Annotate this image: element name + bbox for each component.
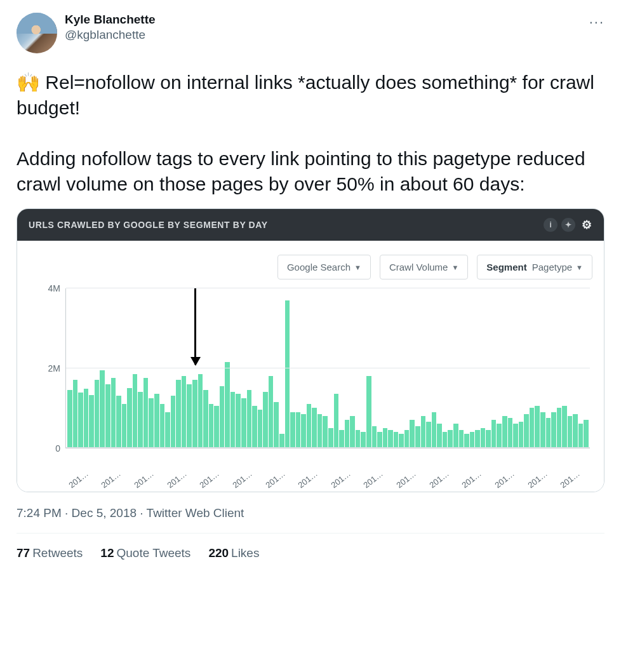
x-tick-label: 201…: [460, 469, 484, 490]
display-name: Kyle Blanchette: [65, 13, 589, 27]
retweets[interactable]: 77Retweets: [17, 546, 83, 560]
bar: [443, 432, 448, 448]
meta-source[interactable]: Twitter Web Client: [147, 506, 244, 520]
x-tick-label: 201…: [230, 469, 254, 490]
bar: [459, 430, 464, 448]
filter-segment[interactable]: Segment Pagetype ▼: [477, 255, 592, 279]
likes-label: Likes: [231, 546, 259, 560]
author-block[interactable]: Kyle Blanchette @kgblanchette: [65, 13, 589, 42]
bar: [258, 410, 263, 448]
retweets-label: Retweets: [32, 546, 83, 560]
quotes-label: Quote Tweets: [116, 546, 190, 560]
x-tick-label: 201…: [427, 469, 451, 490]
meta-time[interactable]: 7:24 PM: [17, 506, 62, 520]
bar: [230, 392, 236, 448]
bar: [105, 384, 110, 448]
x-tick-label: 201…: [394, 469, 418, 490]
filter-search[interactable]: Google Search ▼: [277, 255, 371, 279]
bar: [573, 414, 578, 448]
bar: [307, 404, 312, 448]
bar: [198, 374, 203, 448]
bar: [475, 430, 480, 448]
pin-icon[interactable]: ✦: [561, 218, 575, 232]
bar: [415, 426, 420, 448]
bar: [410, 420, 415, 448]
bar: [404, 430, 410, 448]
likes[interactable]: 220Likes: [208, 546, 259, 560]
x-tick-label: 201…: [329, 469, 352, 490]
filter-metric-label: Crawl Volume: [389, 262, 448, 272]
filter-row: Google Search ▼ Crawl Volume ▼ Segment P…: [29, 255, 592, 279]
x-tick-label: 201…: [165, 469, 189, 490]
bar: [361, 432, 366, 448]
bar: [383, 428, 388, 448]
bar: [432, 412, 437, 448]
meta-date[interactable]: Dec 5, 2018: [72, 506, 137, 520]
bar: [100, 370, 105, 448]
bar: [312, 408, 317, 448]
more-button[interactable]: ···: [589, 13, 604, 30]
bar: [203, 390, 208, 448]
bar: [350, 416, 355, 448]
y-tick-label: 0: [29, 443, 60, 454]
bar: [356, 430, 361, 448]
quote-tweets[interactable]: 12Quote Tweets: [100, 546, 190, 560]
bar: [578, 424, 584, 448]
chevron-down-icon: ▼: [354, 264, 361, 271]
bar: [513, 424, 518, 448]
tweet-meta: 7:24 PM · Dec 5, 2018 · Twitter Web Clie…: [17, 506, 604, 520]
filter-segment-value: Pagetype: [532, 262, 572, 272]
bar: [182, 376, 187, 448]
likes-count: 220: [208, 546, 229, 560]
bar: [301, 414, 306, 448]
x-tick-label: 201…: [526, 469, 549, 490]
card-header: URLS CRAWLED BY GOOGLE BY SEGMENT BY DAY…: [17, 209, 604, 241]
bar: [263, 392, 268, 448]
bar: [89, 395, 94, 448]
bar: [519, 422, 524, 448]
bar: [95, 380, 100, 448]
bar: [269, 376, 274, 448]
bar: [491, 420, 497, 448]
bar: [562, 406, 567, 448]
info-icon[interactable]: i: [544, 218, 558, 232]
tweet-header: Kyle Blanchette @kgblanchette ···: [17, 13, 604, 53]
plot-area: [65, 288, 590, 448]
x-tick-label: 201…: [198, 469, 222, 490]
bar: [154, 394, 159, 448]
bar: [84, 389, 89, 448]
filter-metric[interactable]: Crawl Volume ▼: [380, 255, 468, 279]
handle: @kgblanchette: [65, 28, 589, 42]
avatar[interactable]: [17, 13, 57, 53]
y-tick-label: 2M: [29, 363, 60, 373]
gear-icon[interactable]: ⚙: [582, 218, 592, 232]
stats-row: 77Retweets 12Quote Tweets 220Likes: [17, 534, 604, 560]
bar: [236, 394, 241, 448]
bar: [122, 404, 127, 448]
filter-search-label: Google Search: [287, 262, 351, 272]
bar: [584, 420, 589, 448]
x-tick-label: 201…: [559, 469, 582, 490]
bar: [133, 374, 138, 448]
x-tick-label: 201…: [297, 469, 320, 490]
x-tick-label: 201…: [132, 469, 156, 490]
bar: [557, 408, 562, 448]
card-title: URLS CRAWLED BY GOOGLE BY SEGMENT BY DAY: [29, 220, 268, 230]
card-header-icons: i ✦ ⚙: [544, 218, 592, 232]
bar: [339, 430, 344, 448]
bar: [399, 434, 404, 448]
bar: [252, 406, 257, 448]
bar: [334, 394, 339, 448]
chart: 02M4M 201…201…201…201…201…201…201…201…20…: [29, 288, 592, 485]
x-tick-label: 201…: [100, 469, 123, 490]
retweets-count: 77: [17, 546, 30, 560]
bar: [508, 418, 513, 448]
bar: [470, 432, 475, 448]
bar: [486, 430, 491, 448]
bar: [296, 412, 301, 448]
bar: [530, 408, 535, 448]
x-tick-label: 201…: [264, 469, 287, 490]
bar: [377, 432, 382, 448]
bar: [448, 430, 453, 448]
bar: [524, 414, 529, 448]
